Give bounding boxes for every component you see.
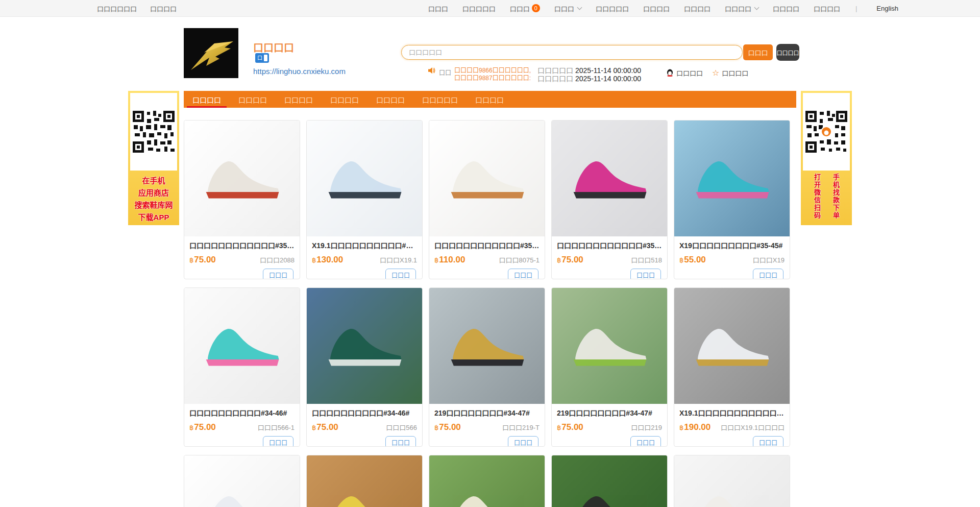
product-image[interactable]: [674, 288, 790, 404]
topnav-item[interactable]: 口口口口: [150, 4, 177, 13]
product-image[interactable]: [552, 120, 667, 236]
topnav-item[interactable]: 口口口口口: [596, 4, 629, 13]
product-model: 口口口219-T: [502, 422, 540, 432]
nav-tab[interactable]: 口口口口: [184, 91, 230, 108]
topnav-item[interactable]: 口口口口口口: [97, 4, 137, 13]
product-image[interactable]: [552, 455, 667, 507]
product-card[interactable]: [674, 455, 790, 507]
product-card[interactable]: 219口口口口口口口口#34-47# ฿75.00 口口口219 口口口: [551, 287, 668, 447]
language-badge[interactable]: 口: [255, 53, 269, 63]
top-bar: 口口口口口口 口口口口 口口口 口口口口口 口口口 0 口口口 口口口口口 口口…: [0, 0, 980, 17]
topnav-item[interactable]: 口口口口口: [462, 4, 496, 13]
product-price: ฿55.00: [679, 255, 706, 265]
shoe-illustration: [687, 318, 777, 374]
add-to-cart-button[interactable]: 口口口: [508, 436, 538, 447]
product-card[interactable]: [184, 455, 300, 507]
qq-contact[interactable]: 口口口口: [666, 68, 703, 78]
nav-tab[interactable]: 口口口口: [276, 91, 322, 108]
advanced-search-button[interactable]: 口口口口: [776, 44, 799, 61]
banner-text-line: 在手机: [130, 175, 177, 187]
right-wechat-banner[interactable]: 手机找款下单 打开微信扫码: [801, 91, 852, 225]
product-image[interactable]: [429, 120, 545, 236]
product-image[interactable]: [307, 455, 422, 507]
product-card[interactable]: 219口口口口口口口口#34-47# ฿75.00 口口口219-T 口口口: [429, 287, 545, 447]
product-title[interactable]: 口口口口口口口口口口#34-46#: [189, 407, 295, 418]
product-model: 口口口566-1: [258, 422, 295, 432]
product-card[interactable]: 口口口口口口口口口口#34-46# ฿75.00 口口口566 口口口: [306, 287, 423, 447]
qq-label: 口口口口: [676, 68, 703, 78]
product-title[interactable]: 219口口口口口口口口#34-47#: [434, 407, 540, 418]
product-card[interactable]: [306, 455, 423, 507]
nav-tab[interactable]: 口口口口: [368, 91, 413, 108]
add-to-cart-button[interactable]: 口口口: [385, 269, 416, 279]
product-image[interactable]: [307, 288, 422, 404]
product-title[interactable]: 口口口口口口口口口口#34-46#: [312, 407, 417, 418]
left-app-banner[interactable]: 在手机 应用商店 搜索鞋库网 下载APP: [128, 91, 179, 225]
product-title[interactable]: X19.1口口口口口口口口口口口口口口#口口35-45# #口口…: [679, 407, 785, 418]
nav-tab[interactable]: 口口口口口: [413, 91, 467, 108]
add-to-cart-button[interactable]: 口口口: [630, 436, 661, 447]
announcement-line-1: 口口口口9866口口口口口口,: [454, 67, 531, 75]
product-title[interactable]: 口口口口口口口口口口口口#35-45#: [434, 240, 540, 250]
add-to-cart-button[interactable]: 口口口: [508, 269, 538, 279]
product-image[interactable]: [184, 288, 300, 404]
nav-tab[interactable]: 口口口口: [322, 91, 368, 108]
product-image[interactable]: [674, 120, 790, 236]
topnav-item[interactable]: 口口口口: [643, 4, 670, 13]
add-to-cart-button[interactable]: 口口口: [263, 269, 293, 279]
add-to-cart-button[interactable]: 口口口: [385, 436, 416, 447]
topnav-item[interactable]: 口口口口: [684, 4, 710, 13]
product-title[interactable]: 口口口口口口口口口口口口#35-45#: [557, 240, 662, 250]
topnav-item[interactable]: 口口口: [554, 4, 581, 13]
date-value: 2025-11-14 00:00:00: [575, 66, 641, 75]
favorite-link[interactable]: ☆ 口口口口: [712, 68, 748, 78]
topnav-item[interactable]: 口口口口: [725, 4, 758, 13]
speaker-icon: [428, 67, 436, 74]
shoe-illustration: [442, 486, 532, 507]
product-image[interactable]: [429, 288, 545, 404]
product-card[interactable]: 口口口口口口口口口口口口#35-46# ฿75.00 口口口2088 口口口: [184, 120, 300, 279]
product-image[interactable]: [429, 455, 545, 507]
product-title[interactable]: 219口口口口口口口口#34-47#: [557, 407, 662, 418]
product-image[interactable]: [552, 288, 667, 404]
nav-tab[interactable]: 口口口口: [467, 91, 512, 108]
product-card[interactable]: 口口口口口口口口口口口口#35-45# ฿110.00 口口口8075-1 口口…: [429, 120, 545, 279]
search-input[interactable]: [401, 45, 743, 60]
product-image[interactable]: [184, 120, 300, 236]
topnav-item[interactable]: 口口口 0: [510, 4, 540, 13]
product-card[interactable]: X19.1口口口口口口口口口口#34-45# ฿130.00 口口口X19.1 …: [306, 120, 423, 279]
product-image[interactable]: [307, 120, 422, 236]
add-to-cart-button[interactable]: 口口口: [753, 269, 783, 279]
topnav-label: 口口口: [428, 4, 448, 13]
add-to-cart-button[interactable]: 口口口: [630, 269, 661, 279]
price-amount: 55.00: [684, 255, 706, 264]
product-card[interactable]: 口口口口口口口口口口口口#35-45# ฿75.00 口口口518 口口口: [551, 120, 668, 279]
add-to-cart-button[interactable]: 口口口: [263, 436, 293, 447]
language-switch-english[interactable]: English: [876, 5, 898, 12]
product-info: 口口口口口口口口口口#34-46# ฿75.00 口口口566-1 口口口: [184, 404, 300, 447]
product-card[interactable]: X19.1口口口口口口口口口口口口口口#口口35-45# #口口… ฿190.0…: [674, 287, 790, 447]
product-model: 口口口8075-1: [499, 255, 540, 264]
product-image[interactable]: [184, 455, 300, 507]
language-badge-char: 口: [257, 56, 262, 61]
topnav-item[interactable]: 口口口口: [814, 4, 840, 13]
product-title[interactable]: 口口口口口口口口口口口口#35-46#: [189, 240, 295, 250]
product-image[interactable]: [674, 455, 790, 507]
product-info: X19.1口口口口口口口口口口口口口口#口口35-45# #口口… ฿190.0…: [674, 404, 790, 447]
product-card[interactable]: [429, 455, 545, 507]
product-info: 口口口口口口口口口口口口#35-45# ฿110.00 口口口8075-1 口口…: [429, 236, 545, 279]
site-url-link[interactable]: https://linghuo.cnxieku.com: [253, 67, 346, 76]
product-title[interactable]: X19.1口口口口口口口口口口#34-45#: [312, 240, 417, 250]
product-model: 口口口518: [631, 255, 662, 264]
product-card[interactable]: 口口口口口口口口口口#34-46# ฿75.00 口口口566-1 口口口: [184, 287, 300, 447]
product-card[interactable]: [551, 455, 668, 507]
site-logo[interactable]: [184, 28, 238, 78]
topnav-item[interactable]: 口口口口: [773, 4, 799, 13]
nav-tab[interactable]: 口口口口: [230, 91, 276, 108]
product-card[interactable]: X19口口口口口口口口口#35-45# ฿55.00 口口口X19 口口口: [674, 120, 790, 279]
topnav-item[interactable]: 口口口: [428, 4, 448, 13]
product-title[interactable]: X19口口口口口口口口口#35-45#: [679, 240, 785, 250]
currency-symbol: ฿: [434, 256, 438, 264]
add-to-cart-button[interactable]: 口口口: [753, 436, 783, 447]
search-button[interactable]: 口口口: [743, 44, 773, 60]
